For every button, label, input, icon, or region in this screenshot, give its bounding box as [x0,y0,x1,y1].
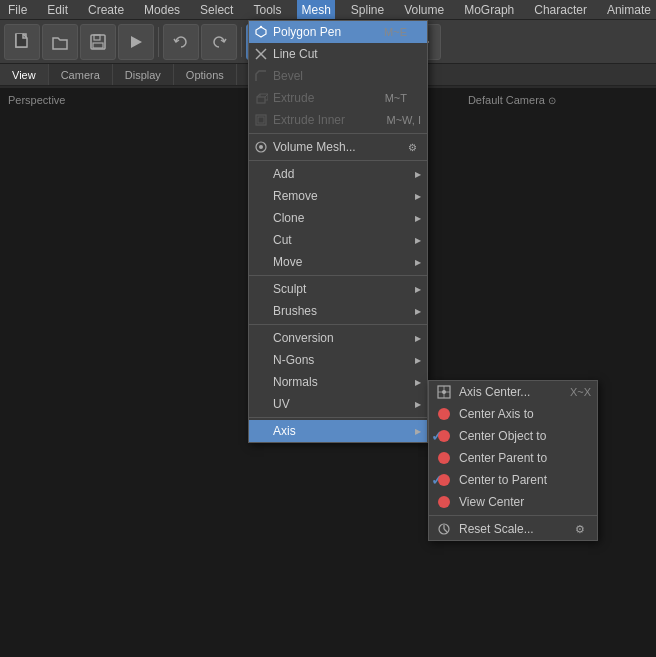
menu-divider-3 [249,275,427,276]
menu-brushes[interactable]: Brushes [249,300,427,322]
extrude-icon [253,90,269,106]
view-center-icon [435,493,453,511]
render-btn[interactable] [118,24,154,60]
tab-options[interactable]: Options [174,64,237,85]
menu-cut[interactable]: Cut [249,229,427,251]
reset-scale-icon [435,520,453,538]
submenu-view-center[interactable]: View Center [429,491,597,513]
center-object-to-icon [435,427,453,445]
viewport-label: Perspective [8,94,65,106]
camera-label: Default Camera ⊙ [468,94,556,106]
submenu-center-object-to[interactable]: ✓ Center Object to [429,425,597,447]
menu-spline[interactable]: Spline [347,0,388,19]
undo-btn[interactable] [163,24,199,60]
tab-display[interactable]: Display [113,64,174,85]
menu-sculpt[interactable]: Sculpt [249,278,427,300]
toolbar-separator-2 [241,27,242,57]
menu-divider-1 [249,133,427,134]
line-cut-icon [253,46,269,62]
svg-rect-45 [258,117,264,123]
redo-btn[interactable] [201,24,237,60]
axis-center-icon [435,383,453,401]
menu-mesh[interactable]: Mesh [297,0,334,19]
menu-conversion[interactable]: Conversion [249,327,427,349]
menu-bevel[interactable]: Bevel [249,65,427,87]
menu-divider-4 [249,324,427,325]
menu-polygon-pen[interactable]: Polygon Pen M~E [249,21,427,43]
submenu-center-axis-to[interactable]: Center Axis to [429,403,597,425]
svg-marker-37 [256,27,266,37]
svg-marker-4 [131,36,142,48]
submenu-center-parent-to[interactable]: Center Parent to [429,447,597,469]
polygon-pen-icon [253,24,269,40]
menu-ngons[interactable]: N-Gons [249,349,427,371]
menu-remove[interactable]: Remove [249,185,427,207]
menu-edit[interactable]: Edit [43,0,72,19]
menu-extrude-inner[interactable]: Extrude Inner M~W, I [249,109,427,131]
menu-extrude[interactable]: Extrude M~T [249,87,427,109]
svg-point-47 [259,145,263,149]
tab-camera[interactable]: Camera [49,64,113,85]
menu-bar: File Edit Create Modes Select Tools Mesh… [0,0,656,20]
center-axis-to-icon [435,405,453,423]
menu-animate[interactable]: Animate [603,0,655,19]
menu-normals[interactable]: Normals [249,371,427,393]
menu-axis[interactable]: Axis [249,420,427,442]
svg-rect-3 [93,43,103,48]
menu-divider-2 [249,160,427,161]
volume-mesh-icon [253,139,269,155]
toolbar-separator-1 [158,27,159,57]
open-btn[interactable] [42,24,78,60]
svg-rect-41 [257,97,265,103]
menu-move[interactable]: Move [249,251,427,273]
axis-submenu: Axis Center... X~X Center Axis to ✓ Cent… [428,380,598,541]
submenu-center-to-parent[interactable]: ✓ Center to Parent [429,469,597,491]
menu-create[interactable]: Create [84,0,128,19]
menu-file[interactable]: File [4,0,31,19]
center-to-parent-icon [435,471,453,489]
submenu-reset-scale[interactable]: Reset Scale... ⚙ [429,518,597,540]
svg-point-51 [442,390,446,394]
menu-select[interactable]: Select [196,0,237,19]
save-btn[interactable] [80,24,116,60]
menu-character[interactable]: Character [530,0,591,19]
submenu-axis-center[interactable]: Axis Center... X~X [429,381,597,403]
reset-scale-gear[interactable]: ⚙ [575,523,585,536]
mesh-dropdown: Polygon Pen M~E Line Cut Bevel [248,20,428,443]
menu-divider-5 [249,417,427,418]
menu-uv[interactable]: UV [249,393,427,415]
menu-tools[interactable]: Tools [249,0,285,19]
menu-mograph[interactable]: MoGraph [460,0,518,19]
center-parent-to-icon [435,449,453,467]
bevel-icon [253,68,269,84]
svg-line-54 [444,529,447,532]
menu-modes[interactable]: Modes [140,0,184,19]
new-btn[interactable] [4,24,40,60]
extrude-inner-icon [253,112,269,128]
menu-clone[interactable]: Clone [249,207,427,229]
menu-volume-mesh[interactable]: Volume Mesh... ⚙ [249,136,427,158]
volume-mesh-gear[interactable]: ⚙ [405,140,419,154]
svg-point-38 [260,26,262,28]
menu-volume[interactable]: Volume [400,0,448,19]
tab-view[interactable]: View [0,64,49,85]
submenu-divider-1 [429,515,597,516]
menu-add[interactable]: Add [249,163,427,185]
menu-line-cut[interactable]: Line Cut [249,43,427,65]
